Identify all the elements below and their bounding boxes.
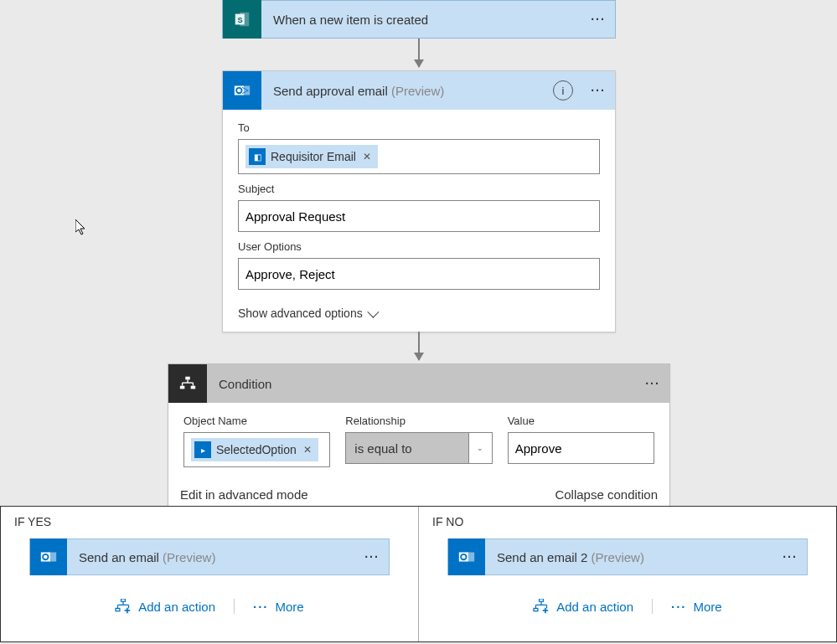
more-icon: ··· xyxy=(671,600,687,614)
svg-rect-11 xyxy=(191,386,196,389)
card-title: Send an email 2 (Preview) xyxy=(485,550,773,564)
trigger-title: When a new item is created xyxy=(261,13,581,27)
svg-rect-10 xyxy=(180,386,185,389)
add-action-button[interactable]: Add an action xyxy=(514,599,653,614)
card-menu[interactable]: ··· xyxy=(773,550,807,564)
trigger-card[interactable]: S When a new item is created ··· xyxy=(222,0,616,39)
more-label: More xyxy=(694,600,722,614)
more-label: More xyxy=(276,600,304,614)
token-selected-option[interactable]: ▸ SelectedOption ✕ xyxy=(191,438,318,461)
value-label: Value xyxy=(508,415,654,427)
info-icon[interactable]: i xyxy=(553,80,573,100)
svg-rect-24 xyxy=(540,599,544,601)
object-name-label: Object Name xyxy=(183,415,330,427)
svg-rect-14 xyxy=(121,599,126,601)
svg-rect-5 xyxy=(185,377,190,380)
subject-field[interactable] xyxy=(238,200,600,232)
token-label: Requisitor Email xyxy=(271,150,356,163)
to-label: To xyxy=(238,121,600,134)
condition-header[interactable]: Condition ··· xyxy=(168,364,669,403)
condition-menu[interactable]: ··· xyxy=(636,377,669,390)
subject-label: Subject xyxy=(238,183,600,195)
mouse-cursor xyxy=(75,219,89,239)
to-field[interactable]: ◧ Requisitor Email ✕ xyxy=(238,139,600,174)
condition-title: Condition xyxy=(207,377,636,391)
token-requisitor-email[interactable]: ◧ Requisitor Email ✕ xyxy=(245,145,378,168)
connector-arrow xyxy=(418,332,420,360)
value-input[interactable] xyxy=(515,441,647,456)
show-advanced-label: Show advanced options xyxy=(238,307,363,320)
if-yes-label: IF YES xyxy=(14,515,405,528)
send-email-no-card[interactable]: Send an email 2 (Preview) ··· xyxy=(447,538,808,575)
connector-arrow xyxy=(418,39,420,67)
options-input[interactable] xyxy=(245,267,592,281)
if-no-label: IF NO xyxy=(432,515,823,528)
dropdown-icon[interactable]: ⌄ xyxy=(468,433,492,463)
if-no-branch: IF NO Send an email 2 (Preview) ··· Add … xyxy=(419,507,836,641)
relationship-value: is equal to xyxy=(346,441,468,456)
svg-text:S: S xyxy=(238,16,243,24)
condition-branches: IF YES Send an email (Preview) ··· Add a… xyxy=(0,506,837,642)
options-label: User Options xyxy=(238,240,600,253)
token-icon: ▸ xyxy=(194,441,211,458)
sharepoint-icon: S xyxy=(223,0,261,39)
subject-input[interactable] xyxy=(245,209,592,224)
show-advanced-options[interactable]: Show advanced options xyxy=(223,296,615,332)
relationship-label: Relationship xyxy=(345,415,492,427)
add-action-label: Add an action xyxy=(556,600,633,614)
svg-rect-29 xyxy=(534,608,538,611)
token-icon: ◧ xyxy=(249,148,266,165)
token-remove[interactable]: ✕ xyxy=(363,151,371,162)
chevron-down-icon xyxy=(367,307,379,318)
action-title: Send approval email xyxy=(273,84,388,98)
trigger-menu[interactable]: ··· xyxy=(581,13,615,26)
action-title: Send an email 2 xyxy=(497,550,587,564)
relationship-select[interactable]: is equal to ⌄ xyxy=(345,432,492,464)
condition-icon xyxy=(168,364,207,403)
outlook-icon xyxy=(30,538,67,575)
more-button[interactable]: ··· More xyxy=(653,599,741,614)
token-label: SelectedOption xyxy=(216,443,297,456)
add-action-button[interactable]: Add an action xyxy=(96,599,235,614)
card-header[interactable]: Send approval email (Preview) i ··· xyxy=(223,71,615,110)
if-yes-branch: IF YES Send an email (Preview) ··· Add a… xyxy=(1,507,419,641)
preview-badge: (Preview) xyxy=(592,550,644,564)
more-button[interactable]: ··· More xyxy=(235,599,323,614)
action-title: Send an email xyxy=(79,550,159,564)
svg-rect-19 xyxy=(116,608,120,611)
add-action-icon xyxy=(533,599,550,614)
options-field[interactable] xyxy=(238,258,600,290)
card-menu[interactable]: ··· xyxy=(581,84,615,97)
card-menu[interactable]: ··· xyxy=(355,550,389,564)
outlook-icon xyxy=(223,71,261,110)
object-name-field[interactable]: ▸ SelectedOption ✕ xyxy=(183,432,330,467)
preview-badge: (Preview) xyxy=(391,84,444,98)
card-title: Send an email (Preview) xyxy=(67,550,355,564)
add-action-label: Add an action xyxy=(138,600,215,614)
outlook-icon xyxy=(448,538,485,575)
collapse-condition[interactable]: Collapse condition xyxy=(555,487,658,502)
more-icon: ··· xyxy=(253,600,269,614)
condition-card: Condition ··· Object Name ▸ SelectedOpti… xyxy=(168,363,670,514)
preview-badge: (Preview) xyxy=(163,550,215,564)
send-approval-email-card: Send approval email (Preview) i ··· To ◧… xyxy=(222,70,616,332)
value-field[interactable] xyxy=(508,432,654,464)
token-remove[interactable]: ✕ xyxy=(303,444,312,456)
edit-advanced-mode[interactable]: Edit in advanced mode xyxy=(180,487,308,502)
send-email-yes-card[interactable]: Send an email (Preview) ··· xyxy=(29,538,390,575)
add-action-icon xyxy=(115,599,132,614)
card-title: Send approval email (Preview) xyxy=(261,84,553,98)
